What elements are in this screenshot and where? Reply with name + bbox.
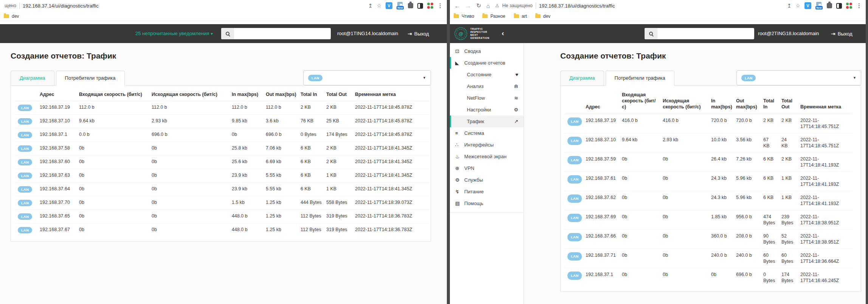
- home-icon[interactable]: ⌂: [487, 3, 490, 9]
- gear-icon: ⚙: [514, 107, 518, 113]
- url-text[interactable]: 192.168.37.18/ui/diagnostics/traffic: [539, 3, 615, 9]
- star-icon[interactable]: ☆: [377, 3, 381, 9]
- profile-avatar-icon[interactable]: [427, 3, 433, 9]
- reload-icon[interactable]: ↻: [476, 2, 481, 9]
- right-url-bar[interactable]: ⚠ Не защищено 192.168.37.18/ui/diagnosti…: [495, 3, 615, 9]
- v-extension-icon[interactable]: V: [804, 2, 811, 9]
- sidebar-item-summary[interactable]: ⊡Сводка: [450, 45, 524, 57]
- sidebar-item-traffic[interactable]: Трафик↗: [450, 116, 524, 127]
- cell-total-in: 6 KB: [298, 142, 323, 156]
- logout-button[interactable]: ⇥Выход: [831, 31, 852, 37]
- new-extension-icon[interactable]: New: [397, 2, 404, 9]
- column-header: In max(bps): [708, 87, 733, 114]
- search-input[interactable]: [657, 28, 754, 39]
- browser-menu-icon[interactable]: ⋮: [437, 2, 443, 9]
- sidepanel-icon[interactable]: [836, 3, 842, 9]
- new-extension-icon[interactable]: New: [815, 2, 823, 9]
- sidebar-item-system[interactable]: ≡Система: [450, 127, 524, 139]
- traffic-table: АдресВходящая скорость (бит/с)Исходящая …: [15, 87, 429, 237]
- cell-address: 192.168.37.70: [37, 196, 76, 210]
- cell-out-max: 7.06 kb: [263, 142, 298, 156]
- cell-in-max: 24.3 kb: [708, 172, 733, 191]
- sidebar-item-firewall[interactable]: ♨Межсетевой экран: [450, 151, 524, 162]
- logo-fingerprint-icon: @: [454, 27, 467, 40]
- left-chrome-icons: ↥ ☆ V New ⋮: [368, 2, 443, 9]
- bookmark-folder[interactable]: dev: [4, 14, 19, 19]
- cell-address: 192.168.37.64: [37, 183, 76, 196]
- browser-menu-icon[interactable]: ⋮: [856, 2, 862, 9]
- cell-timestamp: 2022-11-17T14:18:45.751Z: [797, 133, 852, 153]
- extensions-puzzle-icon[interactable]: [408, 3, 413, 8]
- cell-total-out: 24 KB: [778, 133, 797, 153]
- sidebar-item-help[interactable]: ▤Помощь: [450, 198, 524, 209]
- cell-total-out: 2 KB: [778, 153, 797, 172]
- sidebar-item-insight[interactable]: Анализ⋒: [450, 80, 524, 92]
- left-table-panel: АдресВходящая скорость (бит/с)Исходящая …: [11, 85, 431, 242]
- search-icon: [649, 32, 653, 35]
- interface-select[interactable]: LAN ▼: [303, 70, 431, 85]
- extensions-puzzle-icon[interactable]: [827, 3, 832, 8]
- search-input[interactable]: [234, 28, 331, 39]
- v-extension-icon[interactable]: V: [386, 2, 392, 9]
- folder-icon: [4, 14, 9, 18]
- cell-in-max: 23.9 kb: [229, 183, 263, 196]
- search-button[interactable]: [645, 28, 657, 39]
- cell-total-in: 112 Bytes: [298, 210, 323, 224]
- sidebar-item-vpn[interactable]: ⊕VPN: [450, 162, 524, 174]
- tab-traffic-consumers[interactable]: Потребители трафика: [606, 71, 674, 86]
- cell-out-max: 696.0 b: [263, 128, 298, 142]
- left-url-bar[interactable]: щено 192.168.37.14/ui/diagnostics/traffi…: [5, 3, 99, 9]
- sidebar-item-netflow[interactable]: NetFlow≋: [450, 92, 524, 104]
- sidebar-item-services[interactable]: ⚙Службы: [450, 174, 524, 186]
- cell-rate-out: 0b: [660, 153, 708, 172]
- folder-icon: [454, 14, 459, 18]
- share-icon[interactable]: ↥: [787, 3, 792, 9]
- profile-avatar-icon[interactable]: [846, 3, 852, 9]
- back-icon[interactable]: ←: [454, 3, 460, 9]
- cell-in-max: 10.0 kb: [708, 133, 733, 153]
- search-button[interactable]: [221, 28, 234, 39]
- cell-total-in: 90 Bytes: [760, 230, 778, 249]
- table-row: LAN 192.168.37.10 9.64 kb 2.93 kb 9.85 k…: [15, 115, 429, 128]
- bookmark-folder[interactable]: Разное: [482, 14, 505, 19]
- right-tab-row: Диаграмма Потребители трафика LAN ▼: [560, 70, 861, 86]
- cell-in-max: 112.0 b: [229, 101, 263, 115]
- tab-diagram[interactable]: Диаграмма: [560, 71, 604, 86]
- cell-out-max: 3.6 kb: [263, 115, 298, 128]
- sidebar-item-health[interactable]: Состояние♥: [450, 69, 524, 80]
- app-logo: @ TRAFFIC INSPECTOR NEXT GENERATION: [450, 24, 524, 43]
- bookmark-folder[interactable]: dev: [535, 14, 550, 19]
- lan-badge: LAN: [741, 75, 756, 81]
- cell-out-max: 1.25 kb: [263, 224, 298, 237]
- sidebar-item-reporting[interactable]: ◣Создание отчетов: [450, 57, 524, 69]
- lan-badge: LAN: [18, 173, 32, 179]
- url-text[interactable]: 192.168.37.14/ui/diagnostics/traffic: [23, 3, 99, 9]
- tab-traffic-consumers[interactable]: Потребители трафика: [56, 71, 125, 86]
- bookmark-folder[interactable]: art: [514, 14, 527, 19]
- lan-badge: LAN: [567, 233, 582, 241]
- cell-timestamp: 2022-11-17T14:18:41.193Z: [797, 172, 852, 191]
- forward-icon[interactable]: →: [465, 3, 471, 9]
- interface-select[interactable]: LAN ▼: [736, 70, 861, 85]
- logged-in-user: root@1TING14.localdomain: [337, 31, 398, 36]
- notifications-link[interactable]: 25 непрочитанные уведомления▾: [135, 31, 213, 36]
- sidebar-item-power[interactable]: ↯Питание: [450, 186, 524, 198]
- sidebar-item-settings[interactable]: Настройки⚙: [450, 104, 524, 116]
- star-icon[interactable]: ☆: [795, 3, 800, 9]
- sidebar-collapse-icon[interactable]: ‹: [502, 29, 504, 37]
- lan-badge: LAN: [18, 105, 32, 111]
- bookmark-folder[interactable]: Чтиво: [454, 14, 474, 19]
- sidebar-menu: ⊡Сводка ◣Создание отчетов Состояние♥ Ана…: [450, 43, 524, 304]
- sidebar-item-interfaces[interactable]: ∴Интерфейсы: [450, 139, 524, 151]
- tab-diagram[interactable]: Диаграмма: [11, 71, 54, 86]
- table-row: LAN 192.168.37.62 0b 0b 24.3 kb 5.96 kb …: [564, 191, 852, 210]
- sidepanel-icon[interactable]: [417, 3, 423, 9]
- cell-total-in: 6 KB: [298, 183, 323, 196]
- right-content: Создание отчетов: Трафик Диаграмма Потре…: [524, 43, 866, 304]
- cell-rate-in: 0.0 b: [76, 128, 149, 142]
- lan-badge: LAN: [567, 137, 582, 145]
- logo-text: TRAFFIC INSPECTOR NEXT GENERATION: [470, 28, 490, 40]
- cell-address: 192.168.37.10: [37, 115, 76, 128]
- share-icon[interactable]: ↥: [368, 3, 373, 9]
- logout-button[interactable]: ⇥Выход: [408, 31, 429, 37]
